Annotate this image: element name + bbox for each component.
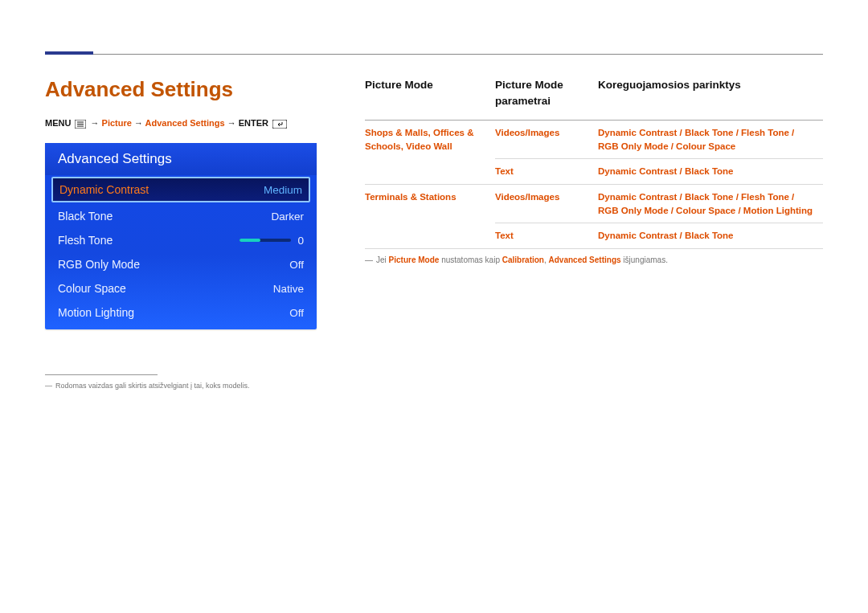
osd-label: Motion Lighting (58, 306, 134, 319)
osd-value: Native (273, 283, 304, 295)
slider-track (240, 239, 291, 242)
settings-table: Picture Mode Picture Mode parametrai Kor… (365, 77, 823, 249)
osd-row-black-tone[interactable]: Black Tone Darker (45, 204, 317, 228)
menu-icon (75, 120, 86, 130)
osd-value: Darker (271, 210, 304, 223)
table-cell: Text (495, 159, 598, 185)
osd-value: Off (289, 259, 304, 271)
section-divider (45, 48, 823, 55)
page-title: Advanced Settings (45, 77, 317, 102)
slider-fill (240, 239, 260, 242)
footnote-pre: Jei (376, 255, 389, 264)
breadcrumb-picture: Picture (102, 118, 132, 128)
dash-icon: ― (45, 382, 52, 390)
table-footnote: ―Jei Picture Mode nustatomas kaip Calibr… (365, 249, 823, 264)
breadcrumb-arrow: → (227, 118, 236, 128)
osd-label: Black Tone (58, 210, 113, 223)
table-row: Terminals & Stations Videos/Images Dynam… (365, 185, 823, 223)
osd-row-flesh-tone[interactable]: Flesh Tone 0 (45, 228, 317, 252)
footnote-post: išjungiamas. (621, 255, 668, 264)
breadcrumb-advanced: Advanced Settings (145, 118, 225, 128)
table-header: Koreguojamosios parinktys (598, 77, 823, 121)
breadcrumb-enter: ENTER (239, 118, 268, 128)
table-header: Picture Mode (365, 77, 495, 121)
osd-title: Advanced Settings (45, 143, 317, 175)
osd-row-colour-space[interactable]: Colour Space Native (45, 276, 317, 300)
left-column: Advanced Settings MENU → Picture → Advan… (45, 77, 317, 390)
table-cell: Videos/Images (495, 185, 598, 223)
table-cell: Dynamic Contrast / Black Tone (598, 223, 823, 249)
table-header: Picture Mode parametrai (495, 77, 598, 121)
osd-value: 0 (297, 235, 304, 247)
flesh-tone-slider[interactable]: 0 (240, 235, 304, 247)
breadcrumb-arrow: → (134, 118, 143, 128)
footnote-left: ―Rodomas vaizdas gali skirtis atsižvelgi… (45, 382, 317, 390)
footnote-text: Rodomas vaizdas gali skirtis atsižvelgia… (55, 382, 250, 390)
footnote-mid: nustatomas kaip (439, 255, 502, 264)
osd-row-rgb-only-mode[interactable]: RGB Only Mode Off (45, 252, 317, 276)
osd-label: RGB Only Mode (58, 258, 140, 271)
table-cell: Text (495, 223, 598, 249)
osd-label: Flesh Tone (58, 234, 113, 247)
table-cell: Videos/Images (495, 121, 598, 159)
table-row: Shops & Malls, Offices & Schools, Video … (365, 121, 823, 159)
osd-label: Colour Space (58, 282, 126, 295)
osd-value: Off (289, 307, 304, 319)
footnote-bold: Calibration (502, 255, 544, 264)
osd-value: Medium (264, 184, 302, 196)
osd-panel: Advanced Settings Dynamic Contrast Mediu… (45, 143, 317, 329)
osd-label: Dynamic Contrast (59, 183, 149, 196)
main-content: Advanced Settings MENU → Picture → Advan… (45, 77, 823, 390)
table-cell: Dynamic Contrast / Black Tone / Flesh To… (598, 121, 823, 159)
right-column: Picture Mode Picture Mode parametrai Kor… (365, 77, 823, 390)
table-cell: Dynamic Contrast / Black Tone / Flesh To… (598, 185, 823, 223)
breadcrumb-menu: MENU (45, 118, 71, 128)
enter-icon (272, 120, 287, 130)
osd-row-motion-lighting[interactable]: Motion Lighting Off (45, 300, 317, 325)
table-cell: Shops & Malls, Offices & Schools, Video … (365, 121, 495, 185)
breadcrumb-arrow: → (91, 118, 100, 128)
breadcrumb: MENU → Picture → Advanced Settings → ENT… (45, 118, 317, 130)
table-cell: Terminals & Stations (365, 185, 495, 249)
dash-icon: ― (365, 255, 373, 264)
footnote-bold: Picture Mode (389, 255, 440, 264)
table-cell: Dynamic Contrast / Black Tone (598, 159, 823, 185)
footnote-rule (45, 374, 158, 375)
footnote-bold: Advanced Settings (549, 255, 621, 264)
osd-row-dynamic-contrast[interactable]: Dynamic Contrast Medium (51, 177, 310, 202)
